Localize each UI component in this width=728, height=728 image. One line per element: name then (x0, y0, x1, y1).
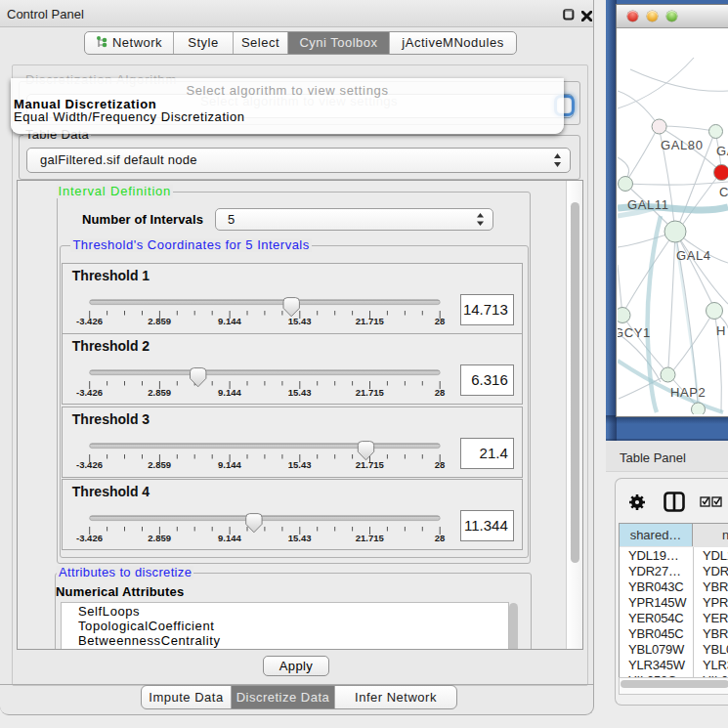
svg-text:GCY1: GCY1 (618, 325, 651, 340)
svg-text:GAL11: GAL11 (627, 197, 669, 212)
svg-text:GA: GA (716, 144, 728, 158)
svg-text:H: H (716, 323, 726, 338)
svg-text:C: C (719, 185, 728, 199)
svg-text:GAL80: GAL80 (661, 138, 703, 152)
svg-text:HAP2: HAP2 (670, 385, 706, 400)
svg-text:GAL4: GAL4 (676, 248, 711, 263)
